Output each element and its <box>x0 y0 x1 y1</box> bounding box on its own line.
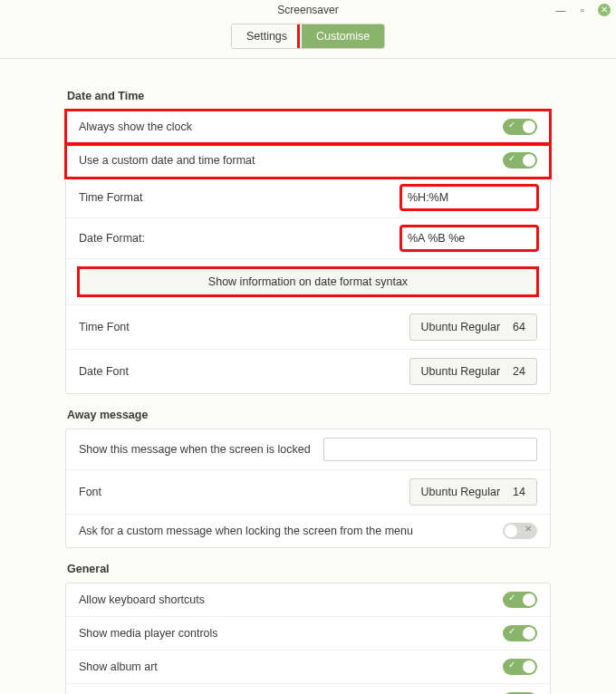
tab-settings[interactable]: Settings <box>232 24 302 48</box>
tab-group: Settings Customise <box>231 24 385 49</box>
minimize-icon[interactable]: ― <box>554 4 567 16</box>
allow-keyboard-label: Allow keyboard shortcuts <box>79 593 503 606</box>
media-controls-label: Show media player controls <box>79 627 503 640</box>
close-icon[interactable]: ✕ <box>598 4 611 16</box>
section-heading-general: General <box>67 563 551 575</box>
allow-keyboard-toggle[interactable] <box>503 592 537 608</box>
away-font-label: Font <box>79 486 409 498</box>
time-font-button[interactable]: Ubuntu Regular 64 <box>409 313 537 341</box>
date-font-label: Date Font <box>79 365 409 378</box>
ask-custom-msg-toggle[interactable] <box>503 523 537 539</box>
time-format-label: Time Format <box>79 191 401 204</box>
maximize-icon[interactable]: ▫ <box>576 4 589 16</box>
time-format-input[interactable] <box>401 186 537 209</box>
time-font-label: Time Font <box>79 321 409 333</box>
away-font-size: 14 <box>513 486 525 498</box>
use-custom-format-label: Use a custom date and time format <box>79 154 503 167</box>
away-msg-input[interactable] <box>323 438 537 461</box>
section-heading-away: Away message <box>67 409 551 421</box>
album-art-toggle[interactable] <box>503 659 537 675</box>
away-msg-label: Show this message when the screen is loc… <box>79 443 311 456</box>
datetime-panel: Always show the clock Use a custom date … <box>65 110 551 394</box>
album-art-label: Show album art <box>79 660 503 673</box>
ask-custom-msg-label: Ask for a custom message when locking th… <box>79 525 503 537</box>
section-heading-datetime: Date and Time <box>67 90 551 102</box>
media-controls-toggle[interactable] <box>503 625 537 641</box>
time-font-name: Ubuntu Regular <box>421 321 501 333</box>
window-title: Screensaver <box>277 4 338 16</box>
away-font-button[interactable]: Ubuntu Regular 14 <box>409 478 537 506</box>
date-format-input[interactable] <box>401 227 537 250</box>
always-show-clock-label: Always show the clock <box>79 120 503 133</box>
date-format-syntax-button[interactable]: Show information on date format syntax <box>79 268 537 295</box>
time-font-size: 64 <box>513 321 525 333</box>
date-font-button[interactable]: Ubuntu Regular 24 <box>409 358 537 385</box>
away-panel: Show this message when the screen is loc… <box>65 429 551 548</box>
away-font-name: Ubuntu Regular <box>421 486 501 498</box>
date-font-name: Ubuntu Regular <box>421 365 501 378</box>
use-custom-format-toggle[interactable] <box>503 152 537 169</box>
date-font-size: 24 <box>513 365 525 378</box>
always-show-clock-toggle[interactable] <box>503 119 537 135</box>
general-panel: Allow keyboard shortcuts Show media play… <box>65 583 551 694</box>
date-format-label: Date Format: <box>79 232 401 245</box>
tab-customise[interactable]: Customise <box>302 24 384 48</box>
